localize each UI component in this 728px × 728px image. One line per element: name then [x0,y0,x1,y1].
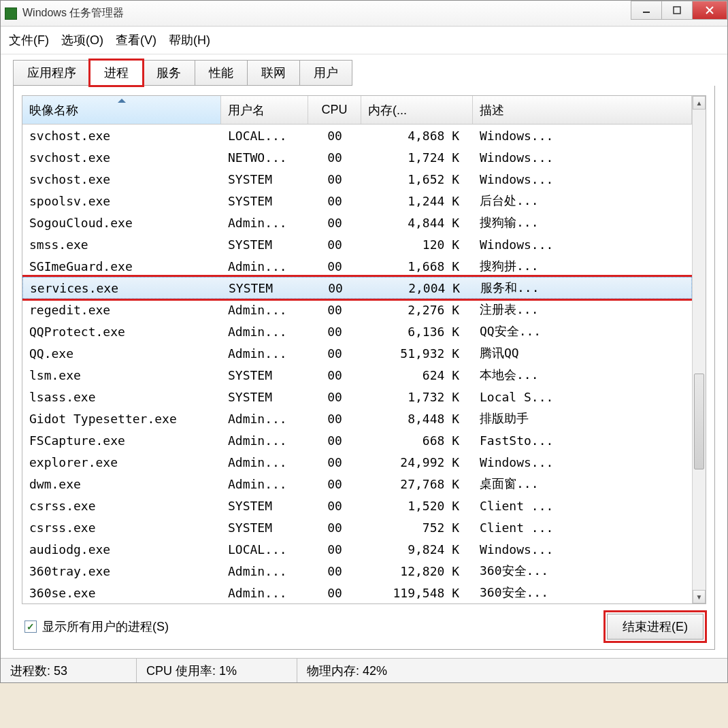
cell-description: Windows... [473,129,692,143]
end-process-button[interactable]: 结束进程(E) [607,614,704,640]
cell-cpu: 00 [308,542,361,557]
scroll-track[interactable] [693,110,706,590]
tab-content: 映像名称 用户名 CPU 内存(... 描述 svchost.exeLOCAL.… [13,86,715,650]
menu-options[interactable]: 选项(O) [61,32,103,48]
maximize-button[interactable] [661,1,693,20]
cell-image-name: services.exe [23,281,222,295]
table-row[interactable]: lsass.exeSYSTEM001,732 KLocal S... [22,386,692,408]
menu-file[interactable]: 文件(F) [9,32,49,48]
checkbox-icon: ✓ [24,621,37,633]
menu-view[interactable]: 查看(V) [116,32,156,48]
minimize-button[interactable] [631,1,662,20]
table-row[interactable]: QQProtect.exeAdmin...006,136 KQQ安全... [22,320,692,342]
window-controls [631,1,727,20]
cell-description: 本地会... [473,367,692,383]
status-process-count: 进程数: 53 [1,659,137,682]
col-image-name[interactable]: 映像名称 [22,96,221,124]
cell-memory: 2,276 K [361,303,473,317]
col-description[interactable]: 描述 [473,96,692,124]
cell-user: Admin... [221,346,308,361]
cell-memory: 119,548 K [361,586,473,600]
cell-user: SYSTEM [221,390,308,404]
col-user-name[interactable]: 用户名 [221,96,308,124]
cell-cpu: 00 [308,346,361,361]
table-row[interactable]: SGImeGuard.exeAdmin...001,668 K搜狗拼... [22,255,692,277]
table-header: 映像名称 用户名 CPU 内存(... 描述 [22,96,692,125]
close-button[interactable] [692,1,727,20]
table-row[interactable]: svchost.exeSYSTEM001,652 KWindows... [22,168,692,190]
cell-cpu: 00 [308,520,361,535]
table-row[interactable]: dwm.exeAdmin...0027,768 K桌面窗... [22,473,692,495]
table-row[interactable]: explorer.exeAdmin...0024,992 KWindows... [22,451,692,473]
table-row[interactable]: csrss.exeSYSTEM00752 KClient ... [22,516,692,538]
tab-users[interactable]: 用户 [299,60,352,86]
minimize-icon [642,6,650,14]
tab-networking[interactable]: 联网 [247,60,300,86]
cell-cpu: 00 [308,412,361,426]
table-row[interactable]: lsm.exeSYSTEM00624 K本地会... [22,364,692,386]
cell-description: 注册表... [473,301,692,318]
cell-description: Windows... [473,542,692,557]
cell-memory: 1,652 K [361,172,473,186]
cell-image-name: csrss.exe [22,499,221,513]
table-row[interactable]: smss.exeSYSTEM00120 KWindows... [22,233,692,255]
cell-description: QQ安全... [473,323,692,340]
scroll-down-button[interactable]: ▼ [693,590,706,603]
menu-help[interactable]: 帮助(H) [169,32,210,48]
scroll-up-button[interactable]: ▲ [693,96,706,110]
cell-user: SYSTEM [221,520,308,535]
table-row[interactable]: QQ.exeAdmin...0051,932 K腾讯QQ [22,342,692,364]
cell-cpu: 00 [308,499,361,513]
table-row[interactable]: regedit.exeAdmin...002,276 K注册表... [22,299,692,320]
cell-user: SYSTEM [221,194,308,208]
table-row[interactable]: spoolsv.exeSYSTEM001,244 K后台处... [22,190,692,212]
table-row[interactable]: svchost.exeLOCAL...004,868 KWindows... [22,125,692,146]
table-row[interactable]: services.exeSYSTEM002,004 K服务和... [22,277,692,299]
scroll-thumb[interactable] [694,374,704,469]
cell-memory: 27,768 K [361,477,473,491]
cell-user: Admin... [221,564,308,578]
cell-memory: 24,992 K [361,455,473,469]
cell-cpu: 00 [308,368,361,382]
cell-cpu: 00 [308,303,361,317]
table-row[interactable]: csrss.exeSYSTEM001,520 KClient ... [22,495,692,516]
cell-cpu: 00 [308,216,361,230]
cell-memory: 12,820 K [361,564,473,578]
table-row[interactable]: Gidot Typesetter.exeAdmin...008,448 K排版助… [22,408,692,429]
show-all-users-checkbox[interactable]: ✓ 显示所有用户的进程(S) [24,618,169,635]
cell-cpu: 00 [308,172,361,186]
cell-description: 排版助手 [473,410,692,427]
cell-memory: 1,668 K [361,259,473,274]
cell-image-name: explorer.exe [22,455,221,469]
table-row[interactable]: 360tray.exeAdmin...0012,820 K360安全... [22,560,692,582]
titlebar[interactable]: Windows 任务管理器 [1,1,727,27]
col-memory[interactable]: 内存(... [361,96,473,124]
cell-cpu: 00 [309,281,362,295]
table-row[interactable]: 360se.exeAdmin...00119,548 K360安全... [22,582,692,603]
tab-applications[interactable]: 应用程序 [13,60,90,86]
cell-user: Admin... [221,216,308,230]
cell-user: SYSTEM [222,281,309,295]
cell-memory: 120 K [361,237,473,252]
table-row[interactable]: svchost.exeNETWO...001,724 KWindows... [22,146,692,168]
col-cpu[interactable]: CPU [308,96,361,124]
cell-image-name: lsm.exe [22,368,221,382]
table-row[interactable]: SogouCloud.exeAdmin...004,844 K搜狗输... [22,212,692,233]
cell-description: 360安全... [473,584,692,601]
cell-image-name: Gidot Typesetter.exe [22,412,221,426]
cell-cpu: 00 [308,477,361,491]
cell-user: Admin... [221,455,308,469]
task-manager-window: Windows 任务管理器 文件(F) 选项(O) 查看(V) 帮助(H) 应用… [0,0,728,683]
tab-services[interactable]: 服务 [142,60,195,86]
cell-image-name: spoolsv.exe [22,194,221,208]
tab-performance[interactable]: 性能 [195,60,248,86]
cell-user: Admin... [221,433,308,448]
cell-user: SYSTEM [221,499,308,513]
tab-processes[interactable]: 进程 [90,60,143,86]
cell-memory: 624 K [361,368,473,382]
table-row[interactable]: audiodg.exeLOCAL...009,824 KWindows... [22,538,692,560]
cell-cpu: 00 [308,259,361,274]
process-table: 映像名称 用户名 CPU 内存(... 描述 svchost.exeLOCAL.… [22,95,706,604]
table-row[interactable]: FSCapture.exeAdmin...00668 KFastSto... [22,429,692,451]
vertical-scrollbar[interactable]: ▲ ▼ [692,96,706,603]
